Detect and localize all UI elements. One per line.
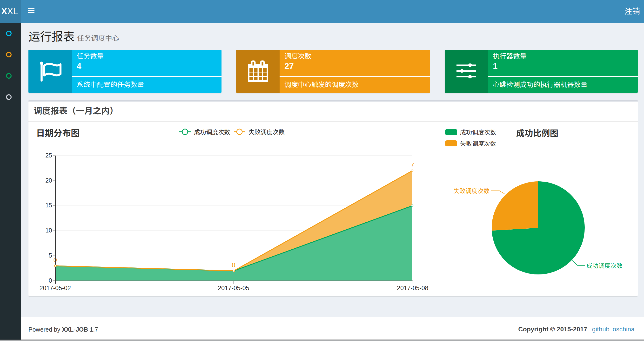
svg-text:0: 0: [49, 277, 52, 284]
svg-text:失败调度次数: 失败调度次数: [460, 140, 496, 147]
svg-text:成功调度次数: 成功调度次数: [194, 129, 230, 136]
svg-text:25: 25: [45, 152, 52, 159]
svg-text:20: 20: [45, 177, 52, 184]
svg-text:7: 7: [411, 161, 414, 169]
svg-text:2017-05-05: 2017-05-05: [218, 284, 249, 291]
svg-text:15: 15: [45, 202, 52, 209]
svg-text:成功比例图: 成功比例图: [516, 129, 558, 138]
svg-text:失败调度次数: 失败调度次数: [453, 188, 490, 194]
svg-text:失败调度次数: 失败调度次数: [248, 129, 285, 136]
svg-text:0: 0: [232, 261, 235, 269]
svg-text:成功调度次数: 成功调度次数: [586, 262, 622, 269]
svg-text:成功调度次数: 成功调度次数: [460, 129, 496, 136]
svg-text:2017-05-02: 2017-05-02: [40, 284, 71, 291]
svg-text:2017-05-08: 2017-05-08: [397, 284, 428, 291]
svg-text:5: 5: [49, 252, 52, 259]
svg-text:0: 0: [54, 256, 57, 264]
svg-text:10: 10: [45, 227, 52, 234]
svg-text:日期分布图: 日期分布图: [36, 128, 80, 138]
